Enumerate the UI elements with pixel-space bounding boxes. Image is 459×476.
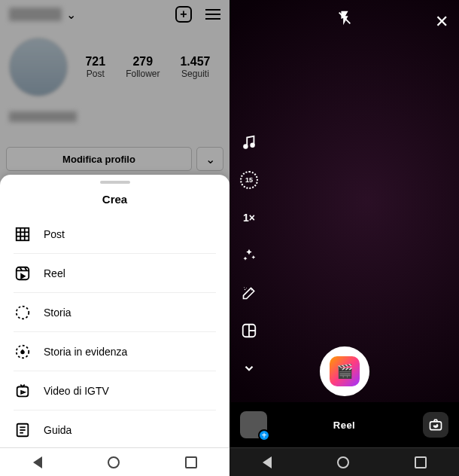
- guide-icon: [14, 421, 32, 439]
- reel-camera-screen: ✕ 15 1× 🎬 + Reel: [230, 0, 459, 476]
- touch-up-tool[interactable]: [239, 282, 260, 304]
- menu-item-post[interactable]: Post: [14, 215, 216, 254]
- sheet-title: Crea: [0, 190, 230, 215]
- shutter-button[interactable]: 🎬: [320, 346, 369, 396]
- camera-bottom-bar: + Reel: [230, 402, 459, 447]
- svg-point-14: [244, 145, 248, 148]
- effects-tool[interactable]: [239, 245, 260, 266]
- menu-label: Storia in evidenza: [44, 346, 127, 358]
- nav-home-button[interactable]: [337, 456, 349, 468]
- android-navbar: [0, 447, 230, 476]
- svg-point-6: [17, 306, 29, 319]
- nav-recent-button[interactable]: [415, 456, 427, 468]
- menu-item-highlight[interactable]: Storia in evidenza: [14, 332, 216, 371]
- menu-label: Guida: [44, 424, 71, 436]
- more-tools[interactable]: [239, 358, 260, 379]
- camera-mode-label[interactable]: Reel: [333, 420, 355, 431]
- menu-label: Post: [44, 228, 65, 240]
- nav-recent-button[interactable]: [185, 456, 197, 468]
- gallery-button[interactable]: +: [240, 411, 267, 438]
- menu-label: Storia: [44, 307, 71, 319]
- nav-back-button[interactable]: [263, 456, 272, 468]
- menu-label: Video di IGTV: [44, 385, 109, 397]
- story-icon: [14, 304, 32, 322]
- audio-tool[interactable]: [239, 132, 260, 153]
- create-sheet: Crea Post Reel Storia: [0, 175, 230, 447]
- svg-point-15: [251, 143, 254, 147]
- plus-badge-icon: +: [258, 429, 270, 441]
- speed-tool[interactable]: 1×: [239, 207, 260, 228]
- reel-icon: [14, 264, 32, 282]
- flash-off-icon[interactable]: [336, 10, 353, 30]
- sheet-handle[interactable]: [100, 181, 130, 184]
- timer-tool[interactable]: 15: [239, 169, 260, 191]
- close-button[interactable]: ✕: [435, 12, 448, 32]
- profile-screen: ⌄ + 721 Post 279 Follower 1.457 Seguiti: [0, 0, 230, 476]
- nav-home-button[interactable]: [108, 456, 120, 468]
- menu-item-igtv[interactable]: Video di IGTV: [14, 371, 216, 410]
- svg-rect-0: [17, 227, 29, 240]
- menu-item-guide[interactable]: Guida: [14, 410, 216, 450]
- highlight-icon: [14, 343, 32, 361]
- clapper-icon: 🎬: [336, 363, 353, 380]
- igtv-icon: [14, 382, 32, 400]
- menu-item-reel[interactable]: Reel: [14, 254, 216, 293]
- menu-item-story[interactable]: Storia: [14, 293, 216, 332]
- menu-label: Reel: [44, 267, 65, 279]
- grid-icon: [14, 225, 32, 243]
- layout-tool[interactable]: [239, 320, 260, 341]
- switch-camera-button[interactable]: [423, 412, 448, 438]
- android-navbar: [230, 447, 459, 476]
- reel-tools: 15 1×: [239, 132, 260, 379]
- nav-back-button[interactable]: [33, 456, 42, 468]
